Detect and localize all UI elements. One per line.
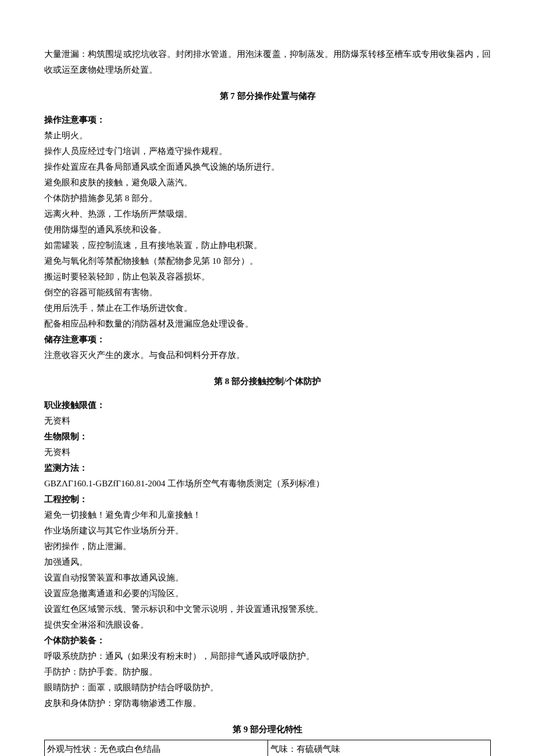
eng-control-label: 工程控制： — [44, 492, 491, 507]
ppe-label: 个体防护装备： — [44, 633, 491, 648]
op-line: 搬运时要轻装轻卸，防止包装及容器损坏。 — [44, 269, 491, 285]
monitor-method-value: GBZΛΓ160.1-GBZfΓ160.81-2004 工作场所空气有毒物质测定… — [44, 476, 491, 492]
ppe-line: 皮肤和身体防护：穿防毒物渗透工作服。 — [44, 696, 491, 711]
bio-limit-value: 无资料 — [44, 445, 491, 460]
operation-notes-label: 操作注意事项： — [44, 112, 491, 128]
ppe-line: 手防护：防护手套。防护服。 — [44, 664, 491, 680]
ppe-line: 呼吸系统防护：通风（如果没有粉末时），局部排气通风或呼吸防护。 — [44, 648, 491, 664]
op-line: 操作人员应经过专门培训，严格遵守操作规程。 — [44, 144, 491, 159]
storage-line: 注意收容灭火产生的废水。与食品和饲料分开存放。 — [44, 347, 491, 363]
eng-line: 设置自动报警装置和事故通风设施。 — [44, 570, 491, 586]
eng-line: 提供安全淋浴和洗眼设备。 — [44, 617, 491, 633]
eng-line: 设置应急撤离通道和必要的泻险区。 — [44, 586, 491, 601]
appearance-cell: 外观与性状：无色或白色结晶 — [45, 740, 268, 757]
section-7-heading: 第 7 部分操作处置与储存 — [44, 88, 491, 104]
storage-notes-label: 储存注意事项： — [44, 332, 491, 347]
section-8-heading: 第 8 部分接触控制/个体防护 — [44, 374, 491, 389]
op-line: 避免眼和皮肤的接触，避免吸入蒸汽。 — [44, 175, 491, 191]
table-row: 外观与性状：无色或白色结晶 气味：有硫磺气味 — [45, 740, 491, 757]
ppe-line: 眼睛防护：面罩，或眼睛防护结合呼吸防护。 — [44, 680, 491, 696]
phys-chem-table: 外观与性状：无色或白色结晶 气味：有硫磺气味 — [44, 740, 491, 756]
op-line: 倒空的容器可能残留有害物。 — [44, 285, 491, 300]
odor-cell: 气味：有硫磺气味 — [268, 740, 491, 757]
occupational-limit-value: 无资料 — [44, 413, 491, 429]
op-line: 禁止明火。 — [44, 128, 491, 144]
op-line: 避免与氧化剂等禁配物接触（禁配物参见第 10 部分）。 — [44, 253, 491, 269]
op-line: 使用防爆型的通风系统和设备。 — [44, 222, 491, 238]
monitor-method-label: 监测方法： — [44, 460, 491, 476]
op-line: 如需罐装，应控制流速，且有接地装置，防止静电积聚。 — [44, 238, 491, 253]
op-line: 配备相应品种和数量的消防器材及泄漏应急处理设备。 — [44, 316, 491, 332]
occupational-limit-label: 职业接触限值： — [44, 397, 491, 413]
eng-line: 作业场所建议与其它作业场所分开。 — [44, 523, 491, 539]
bio-limit-label: 生物限制： — [44, 429, 491, 445]
intro-paragraph: 大量泄漏：构筑围堤或挖坑收容。封闭排水管道。用泡沫覆盖，抑制蒸发。用防爆泵转移至… — [44, 46, 491, 78]
op-line: 远离火种、热源，工作场所严禁吸烟。 — [44, 206, 491, 222]
section-9-heading: 第 9 部分理化特性 — [44, 722, 491, 737]
op-line: 操作处置应在具备局部通风或全面通风换气设施的场所进行。 — [44, 159, 491, 175]
eng-line: 避免一切接触！避免青少年和儿童接触！ — [44, 507, 491, 523]
op-line: 个体防护措施参见第 8 部分。 — [44, 191, 491, 206]
op-line: 使用后洗手，禁止在工作场所进饮食。 — [44, 300, 491, 316]
eng-line: 加强通风。 — [44, 554, 491, 570]
eng-line: 设置红色区域警示线、警示标识和中文警示说明，并设置通讯报警系统。 — [44, 601, 491, 617]
eng-line: 密闭操作，防止泄漏。 — [44, 539, 491, 554]
